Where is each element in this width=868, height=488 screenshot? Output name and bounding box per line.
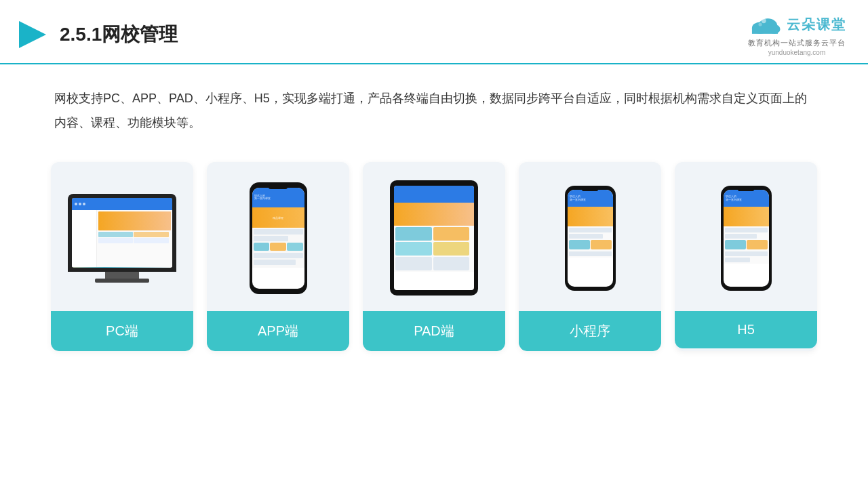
monitor-nav (72, 198, 172, 211)
monitor-body (72, 210, 172, 267)
mini-grid-item (569, 240, 590, 249)
tablet-card (395, 227, 432, 241)
phone-row (254, 253, 303, 258)
cloud-icon (747, 12, 783, 37)
phone-header-bar: 职达人的第一堂内课堂 (252, 188, 304, 208)
h5-phone-mockup: 职达人的第一堂内课堂 (721, 186, 772, 291)
monitor-frame (68, 194, 176, 272)
grid-item (134, 238, 168, 243)
monitor-main (97, 210, 172, 267)
h5-row (725, 234, 757, 239)
tablet-banner (394, 203, 474, 226)
h5-grid-item (747, 240, 768, 249)
card-label-miniprogram: 小程序 (519, 311, 661, 351)
card-image-h5: 职达人的第一堂内课堂 (675, 162, 817, 311)
monitor-screen (72, 198, 172, 268)
monitor-base (95, 279, 149, 283)
tablet-card (433, 242, 470, 256)
mini-row (569, 234, 603, 239)
h5-grid-item (725, 240, 746, 249)
phone-row (254, 260, 296, 265)
grid-item (98, 238, 133, 243)
logo-area: 云朵课堂 教育机构一站式服务云平台 yunduoketang.com (747, 12, 846, 56)
logo-tagline: 教育机构一站式服务云平台 (748, 38, 846, 48)
h5-header-text: 职达人的第一堂内课堂 (726, 195, 742, 201)
monitor-banner (98, 211, 171, 230)
monitor-grid (98, 232, 171, 243)
mini-notch (582, 188, 598, 191)
logo-url: yunduoketang.com (768, 49, 826, 56)
h5-header: 职达人的第一堂内课堂 (724, 190, 769, 207)
card-label-h5: H5 (675, 311, 817, 348)
play-icon (16, 18, 49, 51)
tablet-card (433, 227, 470, 241)
h5-row (725, 228, 768, 232)
mini-row (569, 251, 612, 256)
mini-grid-item (591, 240, 612, 249)
svg-point-5 (762, 18, 766, 23)
svg-point-6 (758, 22, 762, 26)
tablet-body (394, 226, 474, 272)
h5-banner (724, 207, 769, 226)
phone-notch (269, 185, 288, 189)
phone-row (254, 229, 303, 235)
h5-grid (725, 240, 768, 249)
phone-banner-text: 精品课程 (273, 216, 283, 220)
mini-banner (568, 207, 613, 226)
card-image-pad (363, 162, 505, 311)
phone-content (252, 228, 304, 268)
h5-row (725, 258, 751, 262)
grid-item (270, 243, 286, 251)
page-title: 2.5.1网校管理 (60, 22, 178, 47)
card-image-pc (51, 162, 193, 311)
card-image-miniprogram: 职达人的第一堂内课堂 (519, 162, 661, 311)
logo-cloud: 云朵课堂 (747, 12, 846, 37)
h5-content (724, 226, 769, 264)
mini-row (569, 228, 612, 232)
svg-marker-0 (19, 21, 46, 48)
card-miniprogram: 职达人的第一堂内课堂 小程序 (519, 162, 661, 351)
tablet-card (433, 257, 470, 270)
svg-rect-4 (752, 28, 778, 34)
app-phone-mockup: 职达人的第一堂内课堂 精品课程 (250, 182, 307, 294)
card-label-app: APP端 (207, 311, 349, 351)
card-pc: PC端 (51, 162, 193, 351)
cards-container: PC端 职达人的第一堂内课堂 精品课程 (0, 148, 868, 365)
mini-phone-mockup: 职达人的第一堂内课堂 (565, 186, 616, 291)
grid-item (98, 232, 133, 237)
card-pad: PAD端 (363, 162, 505, 351)
phone-header-text: 职达人的第一堂内课堂 (254, 195, 271, 201)
phone-row (254, 236, 288, 241)
header-left: 2.5.1网校管理 (16, 18, 178, 51)
description-text: 网校支持PC、APP、PAD、小程序、H5，实现多端打通，产品各终端自由切换，数… (0, 64, 868, 148)
grid-item (134, 232, 168, 237)
nav-dot (75, 203, 77, 205)
nav-dot (83, 203, 85, 205)
tablet-header (394, 186, 474, 203)
h5-screen: 职达人的第一堂内课堂 (724, 190, 769, 287)
pc-mockup (68, 194, 176, 283)
mini-header: 职达人的第一堂内课堂 (568, 190, 613, 207)
monitor-sidebar (72, 210, 97, 267)
phone-banner: 精品课程 (252, 207, 304, 228)
mini-grid (569, 240, 612, 249)
card-image-app: 职达人的第一堂内课堂 精品课程 (207, 162, 349, 311)
tablet-card (395, 257, 432, 270)
logo-name: 云朵课堂 (787, 16, 846, 34)
grid-item (254, 243, 270, 251)
h5-row (725, 251, 768, 256)
phone-screen: 职达人的第一堂内课堂 精品课程 (252, 188, 304, 289)
header: 2.5.1网校管理 云朵课堂 教育机构一站式服务云平台 yunduoketang… (0, 0, 868, 64)
tablet-mockup (390, 180, 478, 296)
phone-grid (254, 243, 303, 251)
nav-dot (79, 203, 81, 205)
mini-header-text: 职达人的第一堂内课堂 (570, 195, 586, 201)
card-label-pad: PAD端 (363, 311, 505, 351)
monitor-stand (105, 272, 139, 279)
tablet-card (395, 242, 432, 256)
grid-item (287, 243, 303, 251)
card-app: 职达人的第一堂内课堂 精品课程 (207, 162, 349, 351)
mini-content (568, 226, 613, 258)
h5-notch (738, 188, 754, 191)
card-h5: 职达人的第一堂内课堂 H5 (675, 162, 817, 351)
